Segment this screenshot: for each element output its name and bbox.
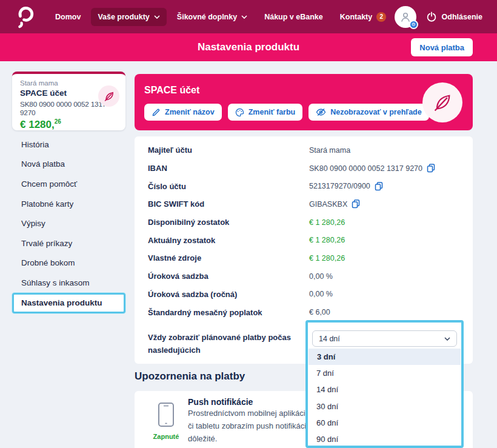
detail-value-text: 5213179270/0900 — [309, 182, 370, 190]
sidebar-item-label: Drobné bokom — [21, 258, 75, 267]
detail-row-aktualny: Aktuálny zostatok € 1 280,26 — [148, 231, 473, 249]
detail-label: BIC SWIFT kód — [148, 199, 309, 209]
top-nav: Domov Vaše produkty Šikovné doplnky Náku… — [0, 0, 497, 33]
nav-item-kontakty[interactable]: Kontakty 2 — [333, 7, 393, 27]
sidebar-item-label: História — [21, 140, 49, 149]
hide-in-overview-button[interactable]: Nezobrazovať v prehľade — [309, 104, 429, 121]
detail-label: Číslo účtu — [148, 182, 309, 191]
detail-label: Disponibilný zostatok — [148, 218, 309, 227]
copy-icon — [375, 182, 383, 191]
sidebar-item-label: Chcem pomôcť — [21, 179, 77, 189]
planned-days-select[interactable]: 14 dní — [312, 330, 457, 347]
detail-label: Vlastné zdroje — [148, 253, 309, 262]
logout-label: Odhlásenie — [442, 13, 482, 21]
nav-item-label: Nákup v eBanke — [264, 13, 323, 21]
detail-row-poplatok: Štandardný mesačný poplatok € 6,00 — [148, 303, 473, 321]
option-90-dni[interactable]: 90 dní — [308, 431, 461, 447]
copy-icon — [427, 164, 435, 173]
sidebar-item-vypisy[interactable]: Výpisy — [12, 213, 125, 233]
push-text-line: dôležité. — [188, 432, 309, 445]
planned-label-line2: nasledujúcich — [148, 344, 309, 356]
push-icon-block: Zapnuté — [147, 402, 185, 440]
phone-icon — [158, 402, 175, 427]
copy-bic-button[interactable] — [352, 199, 360, 209]
sidebar-item-trvale-prikazy[interactable]: Trvalé príkazy — [12, 233, 125, 253]
chevron-down-icon — [154, 15, 160, 19]
sidebar-item-historia[interactable]: História — [12, 135, 125, 155]
sidebar-item-platobne-karty[interactable]: Platobné karty — [12, 194, 125, 214]
nav-items: Domov Vaše produkty Šikovné doplnky Náku… — [48, 7, 393, 27]
pencil-icon — [152, 108, 161, 117]
sidebar-item-label: Nastavenia produktu — [21, 298, 102, 307]
rename-button[interactable]: Zmeniť názov — [144, 104, 222, 121]
leaf-icon — [103, 90, 115, 102]
chevron-down-icon — [241, 15, 247, 19]
page-banner: Nastavenia produktu Nová platba — [0, 33, 497, 61]
nav-item-nakup-v-ebanke[interactable]: Nákup v eBanke — [258, 8, 330, 26]
detail-label: Majiteľ účtu — [148, 145, 309, 155]
palette-icon — [235, 108, 244, 117]
balance-main: € 1280, — [20, 119, 55, 130]
detail-value: € 1 280,26 — [309, 254, 345, 262]
detail-row-urokova-sadzba: Úroková sadzba 0,00 % — [148, 267, 473, 286]
account-leaf-badge — [98, 85, 119, 107]
avatar[interactable]: ⚙ — [395, 6, 416, 28]
george-logo — [15, 5, 35, 29]
option-7-dni[interactable]: 7 dní — [308, 365, 461, 381]
logout-button[interactable]: Odhlásenie — [426, 12, 482, 22]
nav-item-sikovne-doplnky[interactable]: Šikovné doplnky — [170, 8, 254, 26]
nav-item-vase-produkty[interactable]: Vaše produkty — [91, 8, 166, 26]
sidebar-item-nastavenia-produktu[interactable]: Nastavenia produktu — [12, 293, 125, 313]
product-title: SPACE účet — [144, 85, 463, 96]
detail-row-iban: IBAN SK80 0900 0000 0052 1317 9270 — [148, 159, 473, 178]
sidebar-item-label: Trvalé príkazy — [21, 239, 72, 248]
selected-value: 14 dní — [319, 335, 340, 343]
sidebar-item-suhlasy-s-inkasom[interactable]: Súhlasy s inkasom — [12, 273, 125, 293]
settings-badge-icon: ⚙ — [409, 20, 418, 29]
copy-iban-button[interactable] — [427, 164, 435, 173]
detail-row-disponibilny: Disponibilný zostatok € 1 280,26 — [148, 213, 473, 232]
button-label: Zmeniť názov — [165, 108, 215, 116]
kontakty-badge: 2 — [376, 12, 386, 22]
product-leaf-badge — [422, 82, 462, 122]
push-text-line: Prostredníctvom mobilnej aplikácie Geo — [188, 407, 309, 420]
detail-value: 0,00 % — [309, 290, 333, 298]
nav-item-label: Kontakty — [340, 13, 372, 21]
detail-label: Aktuálny zostatok — [148, 236, 309, 245]
sidebar-item-chcem-pomoct[interactable]: Chcem pomôcť — [12, 174, 125, 194]
push-status-badge: Zapnuté — [147, 433, 185, 440]
detail-value: 0,00 % — [309, 272, 333, 281]
leaf-icon — [432, 92, 453, 113]
account-card[interactable]: Stará mama SPACE účet SK80 0900 0000 005… — [12, 72, 125, 130]
option-60-dni[interactable]: 60 dní — [308, 415, 461, 431]
sidebar-item-drobne-bokom[interactable]: Drobné bokom — [12, 253, 125, 273]
power-icon — [426, 12, 437, 22]
app: Domov Vaše produkty Šikovné doplnky Náku… — [0, 0, 497, 448]
option-14-dni[interactable]: 14 dní — [308, 381, 461, 398]
dropdown-options: 3 dní 7 dní 14 dní 30 dní 60 dní 90 dní — [308, 349, 461, 447]
sidebar-item-label: Súhlasy s inkasom — [21, 278, 90, 287]
button-label: Zmeniť farbu — [248, 108, 296, 116]
option-30-dni[interactable]: 30 dní — [308, 398, 461, 415]
copy-account-number-button[interactable] — [375, 182, 383, 191]
sidebar-menu: História Nová platba Chcem pomôcť Platob… — [12, 135, 125, 313]
detail-value: 5213179270/0900 — [309, 182, 383, 191]
detail-value: € 1 280,26 — [309, 218, 345, 227]
nav-item-domov[interactable]: Domov — [48, 8, 87, 26]
new-payment-button[interactable]: Nová platba — [411, 38, 473, 56]
sidebar-item-nova-platba[interactable]: Nová platba — [12, 155, 125, 175]
detail-row-vlastne-zdroje: Vlastné zdroje € 1 280,26 — [148, 249, 473, 267]
detail-value: Stará mama — [309, 146, 350, 155]
sidebar-item-label: Výpisy — [21, 219, 45, 228]
detail-value: € 6,00 — [309, 308, 330, 316]
detail-value-text: GIBASKBX — [309, 200, 347, 209]
recolor-button[interactable]: Zmeniť farbu — [228, 104, 303, 121]
product-header-card: SPACE účet Zmeniť názov Zmeniť farbu — [135, 74, 473, 130]
detail-label: Štandardný mesačný poplatok — [148, 308, 309, 317]
option-3-dni[interactable]: 3 dní — [309, 349, 461, 365]
detail-row-majitel: Majiteľ účtu Stará mama — [148, 141, 473, 159]
product-buttons: Zmeniť názov Zmeniť farbu Nezobrazovať v… — [144, 104, 463, 121]
person-icon — [399, 11, 412, 23]
push-text-line: či tabletu zobrazím push notifikáciu vžd — [188, 420, 309, 432]
planned-label-line1: Vždy zobraziť plánované platby počas — [148, 331, 309, 344]
